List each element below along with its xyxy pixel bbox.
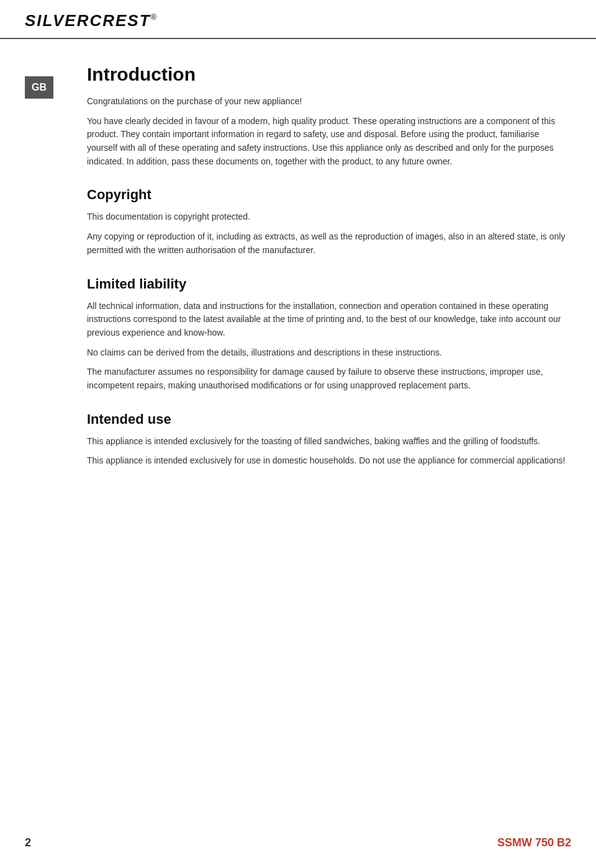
intended-use-para-1: This appliance is intended exclusively f… (87, 435, 571, 449)
page-content: GB Introduction Congratulations on the p… (0, 39, 596, 474)
language-badge: GB (25, 76, 53, 99)
limited-liability-para-1: All technical information, data and inst… (87, 300, 571, 340)
intro-para-1: Congratulations on the purchase of your … (87, 95, 571, 109)
logo: SilverCrest® (25, 11, 158, 30)
limited-liability-heading: Limited liability (87, 276, 571, 292)
page-footer: 2 SSMW 750 B2 (0, 836, 596, 849)
model-number: SSMW 750 B2 (497, 836, 571, 849)
main-content: Introduction Congratulations on the purc… (74, 39, 571, 474)
sidebar: GB (25, 39, 74, 474)
copyright-heading: Copyright (87, 187, 571, 203)
page-header: SilverCrest® (0, 0, 596, 39)
intro-para-2: You have clearly decided in favour of a … (87, 115, 571, 169)
copyright-para-2: Any copying or reproduction of it, inclu… (87, 230, 571, 257)
limited-liability-para-3: The manufacturer assumes no responsibili… (87, 365, 571, 392)
limited-liability-para-2: No claims can be derived from the detail… (87, 346, 571, 360)
page-title: Introduction (87, 64, 571, 85)
intended-use-heading: Intended use (87, 411, 571, 427)
intended-use-para-2: This appliance is intended exclusively f… (87, 454, 571, 468)
copyright-para-1: This documentation is copyright protecte… (87, 210, 571, 224)
page-number: 2 (25, 836, 31, 849)
